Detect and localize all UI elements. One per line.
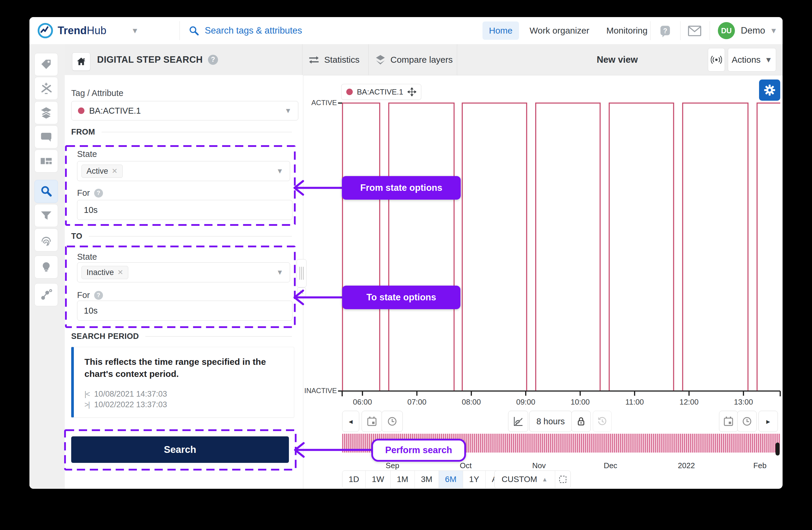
y-axis-label-inactive: INACTIVE: [296, 387, 337, 395]
divider: [650, 21, 651, 40]
avatar[interactable]: DU: [718, 22, 735, 39]
time-start-button[interactable]: [381, 411, 403, 432]
timeline-month-label: Sep: [375, 461, 410, 470]
x-axis-tick-label: 13:00: [726, 398, 761, 407]
range-button-6m[interactable]: 6M: [439, 471, 463, 488]
x-axis-tick-label: 07:00: [399, 398, 435, 407]
chart-type-button[interactable]: [508, 411, 528, 432]
broadcast-icon: [711, 55, 722, 65]
home-button[interactable]: [72, 52, 90, 71]
expand-icon: [559, 475, 567, 484]
search-icon: [188, 25, 200, 36]
title-help-icon[interactable]: ?: [208, 55, 218, 65]
brand-name: TrendHub: [58, 25, 106, 37]
custom-range-group: CUSTOM ▲: [494, 471, 571, 488]
pan-right-button[interactable]: ▸: [758, 411, 778, 432]
chart-area: ACTIVE INACTIVE BA:ACTIVE.1 ◂ 8 hours: [29, 75, 783, 489]
calendar-start-button[interactable]: [362, 411, 382, 432]
app-window: TrendHub ▼ Search tags & attributes Home…: [29, 17, 783, 489]
x-axis-tick-label: 09:00: [508, 398, 543, 407]
nav-link-work-organizer[interactable]: Work organizer: [523, 22, 596, 40]
caret-up-icon: ▲: [542, 476, 548, 483]
statistics-button[interactable]: Statistics: [308, 44, 360, 75]
compare-layers-button[interactable]: Compare layers: [375, 44, 453, 75]
signal-step-line: [342, 103, 780, 391]
timeline-month-label: 2022: [669, 461, 704, 470]
brand-caret-icon[interactable]: ▼: [131, 26, 139, 35]
actions-button[interactable]: Actions ▼: [728, 48, 776, 72]
clock-icon: [742, 416, 752, 427]
legend-color-dot: [346, 89, 353, 95]
divider: [179, 21, 180, 40]
range-button-1d[interactable]: 1D: [343, 471, 366, 488]
custom-range-button[interactable]: CUSTOM ▲: [495, 471, 555, 488]
search-input[interactable]: Search tags & attributes: [205, 25, 302, 36]
compare-layers-label: Compare layers: [390, 55, 453, 65]
timeline-month-label: Feb: [742, 461, 778, 470]
y-axis-label-active: ACTIVE: [296, 99, 337, 107]
history-button[interactable]: [593, 411, 612, 432]
nav-link-monitoring[interactable]: Monitoring: [600, 22, 654, 40]
pan-left-button[interactable]: ◂: [342, 411, 359, 432]
x-axis-tick-label: 12:00: [671, 398, 707, 407]
divider: [710, 21, 710, 40]
mail-icon: [688, 25, 701, 37]
messages-button[interactable]: [688, 25, 701, 38]
timeline-scrubber-handle[interactable]: [775, 443, 780, 456]
live-broadcast-button[interactable]: [708, 48, 725, 72]
range-button-group: 1D1W1M3M6M1YALL: [342, 471, 513, 488]
x-axis-tick-label: 08:00: [454, 398, 489, 407]
time-end-button[interactable]: [737, 411, 757, 432]
x-axis-tick-label: 11:00: [617, 398, 652, 407]
page-title: DIGITAL STEP SEARCH: [97, 55, 203, 65]
chart-legend[interactable]: BA:ACTIVE.1: [341, 84, 421, 100]
move-icon[interactable]: [407, 87, 416, 96]
help-button[interactable]: ?: [658, 25, 672, 39]
timeline-month-label: Nov: [521, 461, 557, 470]
lock-duration-button[interactable]: [571, 411, 591, 432]
house-icon: [76, 57, 86, 67]
statistics-label: Statistics: [324, 55, 360, 65]
x-axis-tick-label: 10:00: [563, 398, 598, 407]
range-button-1w[interactable]: 1W: [366, 471, 391, 488]
range-button-3m[interactable]: 3M: [415, 471, 439, 488]
clock-icon: [387, 416, 397, 427]
nav-links: HomeWork organizerMonitoring: [482, 17, 654, 44]
x-axis-tick-label: 06:00: [345, 398, 380, 407]
tag-icon: [40, 58, 52, 71]
range-button-1m[interactable]: 1M: [391, 471, 415, 488]
nav-link-home[interactable]: Home: [482, 22, 519, 40]
duration-display[interactable]: 8 hours: [529, 411, 572, 432]
range-button-1y[interactable]: 1Y: [463, 471, 486, 488]
account-caret-icon: ▼: [770, 26, 778, 35]
swap-arrows-icon: [308, 55, 319, 65]
lock-icon: [576, 416, 586, 427]
history-icon: [597, 416, 608, 427]
gear-icon: [763, 84, 776, 97]
trendhub-logo-icon: [37, 23, 54, 39]
timeline-month-label: Oct: [448, 461, 483, 470]
chevron-right-icon: ▸: [766, 417, 770, 426]
from-state-options-callout: From state options: [342, 176, 461, 200]
panel-resize-handle[interactable]: [296, 259, 307, 288]
panel-collapse-button[interactable]: ✕: [297, 288, 306, 297]
rail-tag-button[interactable]: [34, 53, 58, 76]
chevron-left-icon: ◂: [349, 417, 352, 426]
help-icon: ?: [658, 25, 672, 38]
account-menu[interactable]: Demo ▼: [741, 17, 777, 44]
chart-settings-button[interactable]: [759, 80, 780, 101]
calendar-end-button[interactable]: [719, 411, 738, 432]
brand[interactable]: TrendHub ▼: [37, 17, 139, 44]
legend-series-label: BA:ACTIVE.1: [357, 87, 403, 97]
actions-label: Actions: [732, 55, 760, 65]
duration-value: 8 hours: [536, 417, 565, 426]
page-title-row: DIGITAL STEP SEARCH ?: [97, 44, 218, 75]
calendar-icon: [366, 416, 377, 427]
divider: [680, 21, 681, 40]
perform-search-callout: Perform search: [371, 439, 466, 462]
global-search[interactable]: Search tags & attributes: [188, 17, 302, 44]
view-toolbar: DIGITAL STEP SEARCH ? Statistics Compare…: [65, 44, 783, 75]
compare-layers-icon: [375, 55, 386, 65]
fullscreen-button[interactable]: [555, 471, 570, 488]
timeline-month-label: Dec: [593, 461, 628, 470]
